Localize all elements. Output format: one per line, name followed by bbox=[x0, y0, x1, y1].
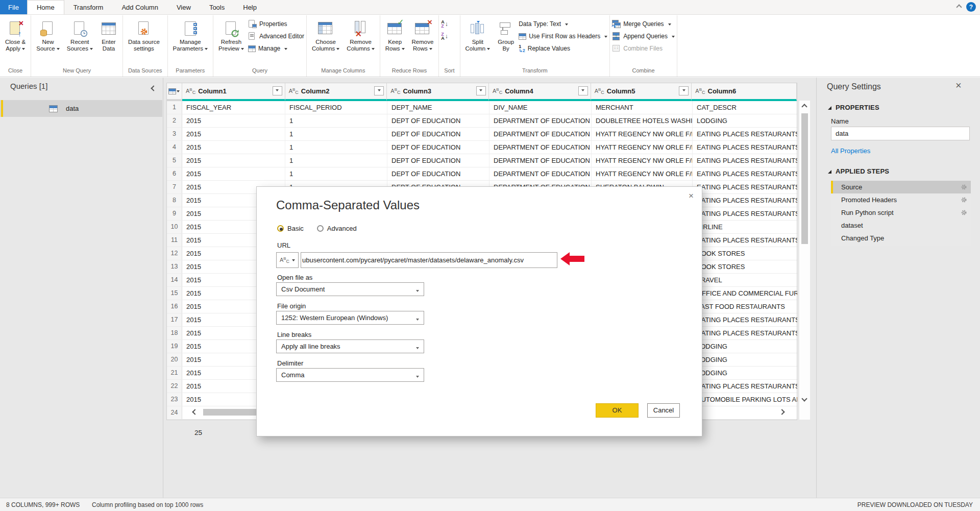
table-cell[interactable]: LODGING bbox=[693, 114, 798, 127]
refresh-preview-button[interactable]: RefreshPreview bbox=[215, 16, 247, 65]
filter-button[interactable] bbox=[273, 86, 282, 95]
table-cell[interactable]: HYATT REGENCY NW ORLE F/B bbox=[592, 154, 693, 167]
close-dialog-icon[interactable]: × bbox=[689, 191, 694, 201]
table-cell[interactable]: DEPARTMENT OF EDUCATION bbox=[489, 114, 592, 127]
column-header-column1[interactable]: ABCColumn1 bbox=[182, 83, 285, 101]
table-cell[interactable]: DIV_NAME bbox=[489, 101, 592, 114]
split-column-button[interactable]: SplitColumn bbox=[462, 16, 494, 65]
close-settings-icon[interactable]: × bbox=[955, 80, 962, 91]
table-cell[interactable]: AIRLINE bbox=[693, 221, 798, 233]
filter-button[interactable] bbox=[476, 86, 486, 95]
replace-values-button[interactable]: 1↳2Replace Values bbox=[519, 44, 607, 53]
table-cell[interactable]: DEPT OF EDUCATION bbox=[387, 128, 489, 140]
applied-step-run-python-script[interactable]: Run Python script bbox=[831, 206, 971, 219]
table-cell[interactable]: DEPT OF EDUCATION bbox=[387, 141, 489, 154]
use-first-row-as-headers-button[interactable]: Use First Row as Headers bbox=[519, 32, 607, 41]
table-cell[interactable]: DEPT OF EDUCATION bbox=[387, 114, 489, 127]
table-cell[interactable]: EATING PLACES RESTAURANTS bbox=[693, 141, 798, 154]
column-header-column5[interactable]: ABCColumn5 bbox=[591, 83, 692, 101]
table-cell[interactable]: DEPARTMENT OF EDUCATION bbox=[489, 154, 592, 167]
tab-transform[interactable]: Transform bbox=[64, 0, 113, 14]
table-cell[interactable]: 2015 bbox=[182, 128, 285, 140]
vertical-scrollbar-thumb[interactable] bbox=[801, 113, 808, 244]
table-cell[interactable]: DEPARTMENT OF EDUCATION bbox=[489, 141, 592, 154]
remove-columns-button[interactable]: ×RemoveColumns bbox=[344, 16, 377, 65]
select-all-corner-button[interactable] bbox=[167, 83, 182, 101]
step-settings-gear[interactable] bbox=[961, 184, 967, 192]
table-cell[interactable]: AUTOMOBILE PARKING LOTS AND GARAGES bbox=[693, 393, 798, 406]
table-cell[interactable]: EATING PLACES RESTAURANTS bbox=[693, 167, 798, 180]
choose-columns-button[interactable]: ChooseColumns bbox=[309, 16, 342, 65]
column-header-column6[interactable]: ABCColumn6 bbox=[692, 83, 797, 101]
table-cell[interactable]: 2015 bbox=[182, 154, 285, 167]
group-by-button[interactable]: GroupBy bbox=[494, 16, 518, 65]
manage-parameters-button[interactable]: ManageParameters bbox=[170, 16, 211, 65]
dropdown-open-file-as[interactable]: Csv Document bbox=[276, 282, 424, 296]
step-settings-gear[interactable] bbox=[961, 197, 967, 205]
table-cell[interactable]: DEPT OF EDUCATION bbox=[387, 167, 489, 180]
table-cell[interactable]: FISCAL_YEAR bbox=[182, 101, 285, 114]
table-cell[interactable]: BOOK STORES bbox=[693, 247, 798, 260]
table-cell[interactable]: FISCAL_PERIOD bbox=[285, 101, 387, 114]
table-cell[interactable]: 2015 bbox=[182, 141, 285, 154]
sort-ascending-button[interactable]: AZ↓ bbox=[441, 19, 451, 29]
collapse-triangle-icon[interactable] bbox=[828, 170, 831, 174]
all-properties-link[interactable]: All Properties bbox=[831, 147, 870, 155]
table-cell[interactable]: MERCHANT bbox=[592, 101, 693, 114]
recent-sources-button[interactable]: RecentSources bbox=[64, 16, 96, 65]
table-cell[interactable]: FAST FOOD RESTAURANTS bbox=[693, 300, 798, 313]
collapse-ribbon-icon[interactable] bbox=[956, 4, 962, 10]
table-cell[interactable]: TRAVEL bbox=[693, 274, 798, 286]
table-cell[interactable]: DOUBLETREE HOTELS WASHI... bbox=[592, 114, 693, 127]
step-settings-gear[interactable] bbox=[961, 209, 967, 217]
table-cell[interactable]: HYATT REGENCY NW ORLE F/B bbox=[592, 128, 693, 140]
help-icon[interactable]: ? bbox=[966, 2, 976, 12]
table-cell[interactable]: LODGING bbox=[693, 367, 798, 379]
query-item-data[interactable]: data bbox=[0, 100, 162, 117]
applied-step-changed-type[interactable]: Changed Type bbox=[831, 232, 971, 245]
table-cell[interactable]: EATING PLACES RESTAURANTS bbox=[693, 234, 798, 247]
filter-button[interactable] bbox=[374, 86, 384, 95]
ok-button[interactable]: OK bbox=[596, 403, 639, 418]
close-and-apply-button[interactable]: ×↑Close &Apply bbox=[2, 16, 29, 65]
merge-queries-button[interactable]: ↷Merge Queries bbox=[612, 19, 675, 29]
scroll-down-icon[interactable] bbox=[801, 396, 807, 401]
table-cell[interactable]: 1 bbox=[285, 141, 387, 154]
collapse-triangle-icon[interactable] bbox=[828, 106, 831, 110]
table-cell[interactable]: DEPARTMENT OF EDUCATION bbox=[489, 167, 592, 180]
table-cell[interactable]: 2015 bbox=[182, 167, 285, 180]
table-cell[interactable]: EATING PLACES RESTAURANTS bbox=[693, 154, 798, 167]
table-cell[interactable]: HYATT REGENCY NW ORLE F/B bbox=[592, 167, 693, 180]
data-source-settings-button[interactable]: Data sourcesettings bbox=[125, 16, 163, 65]
append-queries-button[interactable]: ↕Append Queries bbox=[612, 32, 675, 41]
table-cell[interactable]: CAT_DESCR bbox=[693, 101, 798, 114]
table-cell[interactable]: DEPARTMENT OF EDUCATION bbox=[489, 128, 592, 140]
url-type-dropdown[interactable]: ABC bbox=[276, 252, 299, 268]
collapse-queries-panel-button[interactable] bbox=[152, 84, 156, 92]
tab-tools[interactable]: Tools bbox=[200, 0, 234, 14]
table-cell[interactable]: LODGING bbox=[693, 353, 798, 366]
table-cell[interactable]: EATING PLACES RESTAURANTS bbox=[693, 313, 798, 326]
data-type-button[interactable]: Data Type: Text bbox=[519, 19, 607, 29]
table-cell[interactable]: EATING PLACES RESTAURANTS bbox=[693, 380, 798, 393]
column-header-column2[interactable]: ABCColumn2 bbox=[285, 83, 387, 101]
dropdown-delimiter[interactable]: Comma bbox=[276, 368, 424, 382]
table-cell[interactable]: BOOK STORES bbox=[693, 260, 798, 273]
table-cell[interactable]: 1 bbox=[285, 114, 387, 127]
table-cell[interactable]: EATING PLACES RESTAURANTS bbox=[693, 194, 798, 207]
sort-descending-button[interactable]: ZA↓ bbox=[441, 32, 451, 41]
tab-file[interactable]: File bbox=[0, 0, 27, 14]
filter-button[interactable] bbox=[679, 86, 689, 95]
url-input[interactable]: ubusercontent.com/pycaret/pycaret/master… bbox=[301, 252, 557, 268]
applied-step-promoted-headers[interactable]: Promoted Headers bbox=[831, 193, 971, 206]
horizontal-scrollbar-thumb[interactable] bbox=[203, 409, 261, 416]
applied-step-dataset[interactable]: dataset bbox=[831, 219, 971, 232]
table-cell[interactable]: HYATT REGENCY NW ORLE F/B bbox=[592, 141, 693, 154]
table-cell[interactable]: DEPT OF EDUCATION bbox=[387, 154, 489, 167]
keep-rows-button[interactable]: ✓KeepRows bbox=[382, 16, 408, 65]
column-header-column4[interactable]: ABCColumn4 bbox=[489, 83, 591, 101]
query-name-input[interactable]: data bbox=[831, 127, 970, 140]
table-cell[interactable]: EATING PLACES RESTAURANTS bbox=[693, 181, 798, 193]
remove-rows-button[interactable]: ×RemoveRows bbox=[409, 16, 437, 65]
table-cell[interactable]: EATING PLACES RESTAURANTS bbox=[693, 207, 798, 220]
